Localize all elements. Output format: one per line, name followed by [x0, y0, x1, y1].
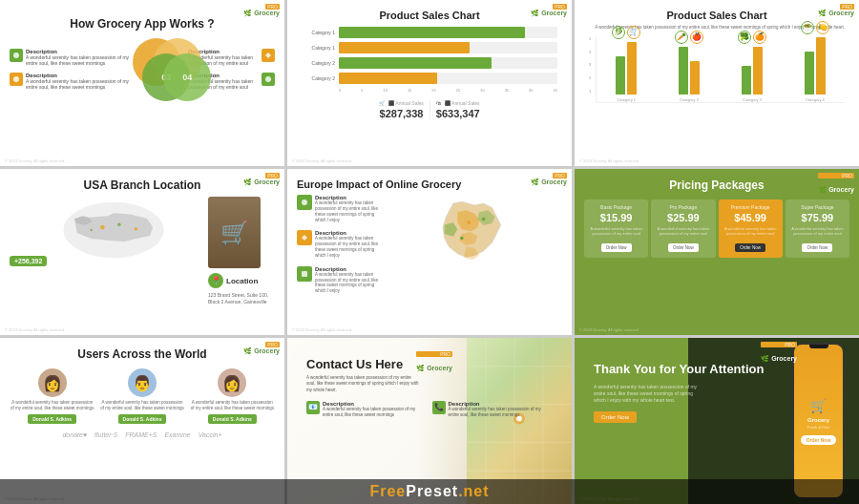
y-5: 5 — [589, 36, 591, 41]
location-info-box: 📍 Location 123 Brand Street, Suite 100, … — [208, 273, 275, 305]
axis-15: 15 — [408, 88, 411, 93]
icon-circle-orange-2: 🍎 — [690, 31, 703, 44]
bar-track-4 — [339, 73, 557, 84]
axis-20: 20 — [431, 88, 435, 93]
slide4-content: +256,392 🛒 📍 Location — [10, 197, 275, 305]
pkg-premium: Premium Package $45.99 A wonderful seren… — [719, 200, 783, 258]
stat-box-1: 🛒 ⬛ Annual Sales $287,338 — [379, 100, 424, 119]
vbar-green-1 — [616, 56, 625, 94]
watermark-preset: Preset — [406, 483, 458, 499]
stat-box-2: 🛍 ⬛ Annual Sales $633,347 — [436, 100, 480, 119]
stat-label-text-2: ⬛ Annual Sales — [445, 100, 480, 106]
bar-row-3: Category 2 — [302, 57, 557, 69]
vbar-green-4 — [805, 52, 814, 94]
vbars-area: 🥬 🛒 Category 1 🥕 🍎 — [596, 36, 845, 103]
users-row: 👩 A wonderful serenity has taken possess… — [10, 368, 275, 424]
bar-pair-2 — [679, 47, 700, 94]
pkg-basic-btn[interactable]: Order Now — [601, 243, 632, 252]
location-title: 📍 Location — [208, 273, 275, 288]
vbar-label-3: Category 3 — [743, 97, 762, 102]
icon-circle-green-2: 🥕 — [675, 31, 688, 44]
europe-desc-body-1: A wonderful serenity has taken possessio… — [315, 200, 383, 222]
logo-text-8: 🌿 Grocery — [416, 365, 452, 371]
stat-icon-cart: 🛒 — [379, 100, 385, 106]
stats-row: 🛒 ⬛ Annual Sales $287,338 🛍 ⬛ Annual Sal… — [297, 100, 562, 119]
svg-point-10 — [467, 220, 471, 224]
right-icon-2 — [262, 73, 275, 86]
slide7-title: Users Across the World — [10, 347, 275, 361]
user-photo-2: 👨 — [128, 368, 157, 397]
pkg-pro-desc: A wonderful serenity has taken possessio… — [655, 226, 711, 236]
grocery-logo-8: PRO 🌿 Grocery — [416, 351, 452, 374]
watermark-net: .net — [458, 483, 489, 499]
order-now-button[interactable]: Order Now — [594, 411, 637, 423]
user-card-1: 👩 A wonderful serenity has taken possess… — [10, 368, 94, 424]
logo-text-6: 🌿 Grocery — [818, 186, 854, 193]
pkg-basic-name: Basic Package — [588, 204, 644, 210]
slide-pricing: PRO 🌿 Grocery Pricing Packages Basic Pac… — [575, 169, 859, 335]
watermark-free: Free — [369, 483, 406, 499]
contact-icon-2: 📞 — [432, 401, 446, 414]
x-axis: 0 5 10 15 20 25 30 35 40 45 — [302, 88, 557, 93]
stat-icon-bag: 🛍 — [436, 100, 441, 106]
svg-point-8 — [302, 200, 307, 205]
contact-item-1: 📧 Description A wonderful serenity has t… — [306, 401, 428, 419]
icon-circle-green-4: 🥗 — [801, 21, 814, 34]
brand-2: flutter·S — [94, 431, 117, 438]
desc-box-1: Description A wonderful serenity has tak… — [10, 49, 129, 67]
user-avatar-2: 👨 — [128, 368, 157, 397]
vbar-group-3: 🥦 🍊 Category 3 — [723, 31, 782, 102]
svg-point-0 — [13, 52, 19, 58]
bar-fill-orange-1 — [339, 42, 470, 53]
contact-text-block-2: Description A wonderful serenity has tak… — [449, 401, 554, 419]
slide9-desc: A wonderful serenity has taken possessio… — [594, 384, 699, 404]
usa-map-svg — [52, 197, 176, 263]
y-4: 4 — [589, 50, 591, 54]
pkg-premium-btn[interactable]: Order Now — [735, 243, 765, 252]
pkg-premium-desc: A wonderful serenity has taken possessio… — [723, 226, 779, 236]
bar-track-3 — [339, 57, 557, 69]
slide4-title: USA Branch Location — [10, 178, 275, 192]
slide5-title: Europe Impact of Online Grocery — [297, 178, 562, 190]
user-card-2: 👨 A wonderful serenity has taken possess… — [99, 368, 184, 424]
user-avatar-3: 👩 — [218, 368, 246, 397]
icons-3: 🥦 🍊 — [738, 31, 766, 44]
pkg-pro-name: Pro Package — [655, 204, 711, 210]
user-desc-3: A wonderful serenity has taken possessio… — [190, 400, 275, 411]
contact-text-2: A wonderful serenity has taken possessio… — [449, 407, 554, 419]
contact-text-1: A wonderful serenity has taken possessio… — [323, 407, 428, 419]
grocery-logo-4: PRO 🌿 Grocery — [243, 173, 280, 185]
axis-0: 0 — [339, 88, 341, 93]
slide5-footer: © 2023 Grocery. All rights reserved. — [292, 327, 352, 332]
slide2-title: Product Sales Chart — [297, 10, 562, 21]
vbar-label-4: Category 4 — [806, 97, 825, 102]
svg-point-1 — [13, 76, 19, 82]
svg-point-12 — [460, 237, 464, 241]
europe-icon-1 — [297, 195, 312, 210]
svg-point-11 — [482, 218, 486, 221]
pkg-pro-btn[interactable]: Order Now — [668, 243, 699, 252]
europe-desc-content-2: Description A wonderful serenity has tak… — [315, 230, 383, 258]
icon-circle-orange-4: 🍋 — [816, 21, 829, 34]
grocery-logo: PRO 🌿 Grocery — [243, 4, 280, 16]
location-pin-icon: 📍 — [208, 273, 223, 288]
bar-label-2: Category 2 — [302, 60, 335, 66]
bar-pair-3 — [742, 47, 763, 94]
diagram: Description A wonderful serenity has tak… — [10, 38, 275, 100]
user-name-3: Donald S. Adkins — [208, 414, 257, 424]
user-avatar-1: 👩 — [38, 368, 67, 397]
grocery-photo: 🛒 — [208, 197, 261, 268]
contact-item-2: 📞 Description A wonderful serenity has t… — [432, 401, 554, 419]
pkg-basic-price: $15.99 — [588, 212, 644, 223]
location-address: 123 Brand Street, Suite 100, Block 2 Ave… — [208, 292, 275, 305]
svg-point-2 — [265, 76, 271, 82]
phone-btn[interactable]: Order Now — [801, 435, 837, 445]
y-axis: 5 4 3 2 1 — [589, 36, 593, 94]
bar-label-cat1-orange: Category 1 — [302, 45, 335, 51]
europe-desc-body-2: A wonderful serenity has taken possessio… — [315, 236, 383, 258]
logo-text-2: 🌿 Grocery — [531, 10, 567, 16]
axis-30: 30 — [480, 88, 484, 93]
bar-pair-4 — [805, 37, 826, 94]
pkg-super-btn[interactable]: Order Now — [802, 243, 832, 252]
europe-desc-2: Description A wonderful serenity has tak… — [297, 230, 383, 258]
